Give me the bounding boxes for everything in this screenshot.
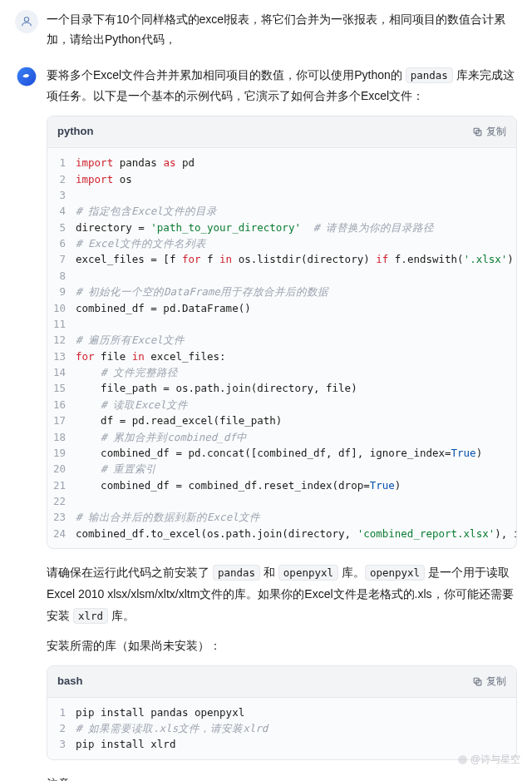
install-title: 安装所需的库（如果尚未安装）： <box>47 635 517 657</box>
code-body[interactable]: 1pip install pandas openpyxl 2# 如果需要读取.x… <box>47 698 516 759</box>
code-block-python: python 复制 1import pandas as pd 2import o… <box>47 116 517 549</box>
code-block-bash: bash 复制 1pip install pandas openpyxl 2# … <box>47 665 517 760</box>
user-message: 一个目录下有10个同样格式的excel报表，将它们合并为一张报表，相同项目的数值… <box>15 10 517 50</box>
user-prompt-text: 一个目录下有10个同样格式的excel报表，将它们合并为一张报表，相同项目的数值… <box>47 10 517 50</box>
copy-button[interactable]: 复制 <box>472 125 506 139</box>
code-lang-label: python <box>57 123 93 141</box>
post-code-paragraph: 请确保在运行此代码之前安装了 pandas 和 openpyxl 库。openp… <box>47 562 517 627</box>
svg-point-0 <box>24 17 28 22</box>
assistant-avatar-icon <box>15 65 38 88</box>
notes-title: 注意： <box>47 774 517 781</box>
intro-paragraph: 要将多个Excel文件合并并累加相同项目的数值，你可以使用Python的 pan… <box>47 65 517 108</box>
svg-point-6 <box>458 755 467 764</box>
weibo-icon <box>457 754 468 765</box>
watermark: @诗与星空 <box>457 752 520 768</box>
copy-icon <box>472 676 483 687</box>
code-body[interactable]: 1import pandas as pd 2import os 3 4# 指定包… <box>47 148 516 548</box>
copy-button[interactable]: 复制 <box>472 675 506 689</box>
assistant-message: 要将多个Excel文件合并并累加相同项目的数值，你可以使用Python的 pan… <box>15 65 517 781</box>
copy-icon <box>472 126 483 137</box>
code-lang-label: bash <box>57 673 82 690</box>
inline-code-pandas: pandas <box>406 67 453 83</box>
user-avatar-icon <box>15 10 38 33</box>
